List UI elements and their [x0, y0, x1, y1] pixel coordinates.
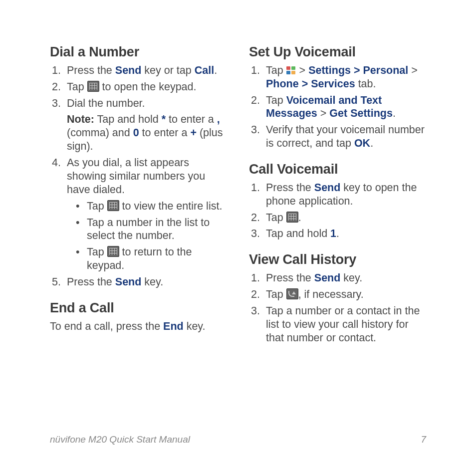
right-column: Set Up Voicemail Tap > Settings > Person… — [249, 44, 426, 347]
list-item: Tap > Settings > Personal > Phone > Serv… — [263, 64, 426, 91]
section-call-history: View Call History Press the Send key. Ta… — [249, 251, 426, 344]
dial-steps: Press the Send key or tap Call. Tap to o… — [50, 64, 227, 289]
manual-title: nüvifone M20 Quick Start Manual — [50, 434, 190, 445]
list-item: Dial the number. Note: Tap and hold * to… — [64, 97, 227, 154]
key-end: End — [163, 320, 184, 332]
list-item: Tap , if necessary. — [263, 288, 426, 301]
list-item: Tap a number in the list to select the n… — [76, 216, 227, 243]
keypad-grid-icon — [107, 246, 119, 257]
call-voicemail-steps: Press the Send key to open the phone app… — [249, 181, 426, 241]
list-item: Tap to open the keypad. — [64, 80, 227, 94]
list-item: Press the Send key to open the phone app… — [263, 181, 426, 208]
list-item: Tap and hold 1. — [263, 227, 426, 240]
list-item: Tap a number or a contact in the list to… — [263, 304, 426, 345]
list-item: Tap to return to the keypad. — [76, 245, 227, 272]
heading-dial-number: Dial a Number — [50, 44, 227, 61]
keypad-grid-icon — [107, 200, 119, 211]
list-item: Press the Send key. — [263, 271, 426, 285]
section-setup-voicemail: Set Up Voicemail Tap > Settings > Person… — [249, 44, 426, 150]
list-item: Press the Send key or tap Call. — [64, 64, 227, 77]
manual-page: Dial a Number Press the Send key or tap … — [0, 0, 476, 347]
page-number: 7 — [421, 434, 426, 445]
key-send: Send — [115, 276, 142, 288]
list-item: Tap Voicemail and Text Messages > Get Se… — [263, 94, 426, 121]
sublist: Tap to view the entire list. Tap a numbe… — [67, 200, 227, 272]
list-item: Verify that your voicemail number is cor… — [263, 123, 426, 150]
call-history-icon — [286, 288, 298, 299]
key-call: Call — [195, 64, 214, 76]
section-end-call: End a Call To end a call, press the End … — [50, 300, 227, 333]
keypad-grid-icon — [87, 81, 99, 92]
keypad-grid-icon — [286, 212, 298, 223]
key-send: Send — [314, 272, 341, 284]
windows-flag-icon — [286, 66, 296, 75]
heading-end-call: End a Call — [50, 300, 227, 317]
key-send: Send — [115, 64, 142, 76]
note: Note: Tap and hold * to enter a , (comma… — [67, 113, 227, 153]
page-footer: nüvifone M20 Quick Start Manual 7 — [50, 434, 426, 445]
heading-call-history: View Call History — [249, 251, 426, 268]
section-call-voicemail: Call Voicemail Press the Send key to ope… — [249, 161, 426, 240]
call-history-steps: Press the Send key. Tap , if necessary. … — [249, 271, 426, 344]
section-dial-number: Dial a Number Press the Send key or tap … — [50, 44, 227, 289]
end-call-text: To end a call, press the End key. — [50, 320, 227, 333]
list-item: Tap to view the entire list. — [76, 200, 227, 213]
voicemail-setup-steps: Tap > Settings > Personal > Phone > Serv… — [249, 64, 426, 150]
list-item: Tap . — [263, 211, 426, 225]
left-column: Dial a Number Press the Send key or tap … — [50, 44, 227, 347]
heading-setup-voicemail: Set Up Voicemail — [249, 44, 426, 61]
list-item: Press the Send key. — [64, 275, 227, 289]
heading-call-voicemail: Call Voicemail — [249, 161, 426, 178]
key-send: Send — [314, 182, 341, 194]
list-item: As you dial, a list appears showing simi… — [64, 156, 227, 272]
